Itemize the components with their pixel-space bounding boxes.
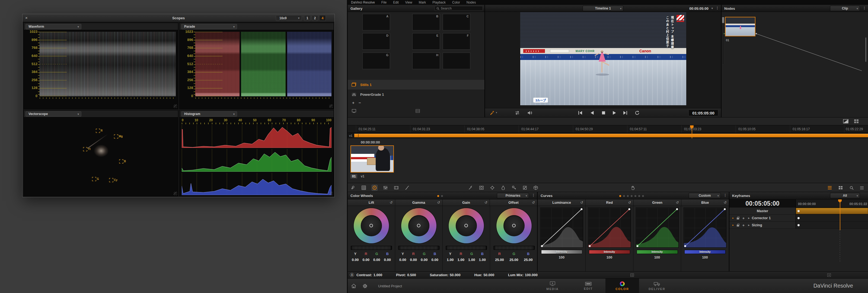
offset-values[interactable]: 25.00 25.00 25.00 [490,258,538,262]
blue-curve[interactable] [684,208,726,248]
timeline-grid-icon[interactable] [854,119,859,123]
red-intensity-value[interactable]: 100 [607,255,613,259]
tab-media[interactable]: MEDIA [536,279,569,293]
node-zoom-slider[interactable] [722,16,724,65]
lift-master-wheel[interactable] [351,246,392,250]
expand-scope-icon[interactable] [174,105,177,108]
reset-icon[interactable]: ↺ [580,199,583,206]
lift-color-wheel[interactable] [354,208,389,243]
gain-master-wheel[interactable] [446,246,487,250]
keyframe-track-master[interactable] [796,208,868,214]
sizing-tool-icon[interactable] [522,185,528,191]
parade-plot[interactable]: 1023896 768640 512384 256128 0 [180,30,334,109]
enable-dot-icon[interactable]: ● [732,224,734,227]
menu-file[interactable]: File [378,1,390,4]
reset-icon[interactable]: ↺ [485,199,488,206]
lock-icon[interactable] [737,225,739,227]
settings-gear-icon[interactable] [362,284,368,289]
waveform-type-dropdown[interactable]: Waveform ▾ [26,24,82,29]
red-curve[interactable] [588,208,631,248]
expand-scope-icon[interactable] [329,192,333,195]
lum-mix-field[interactable]: Lum Mix:100.000 [508,273,538,277]
luminance-curve[interactable] [540,208,583,248]
green-intensity-slider[interactable]: Intensity [637,250,678,254]
expand-icon[interactable]: ▸ [748,224,749,227]
keyframe-track-sizing[interactable] [796,222,868,229]
parade-type-dropdown[interactable]: Parade ▾ [181,24,237,29]
wheels-mode-dropdown[interactable]: Primaries ▾ [497,193,529,198]
page-dots[interactable] [437,195,443,197]
footer-keyframe-icon[interactable] [827,273,831,277]
memory-slot[interactable]: G [362,53,390,69]
histogram-type-dropdown[interactable]: Histogram ▾ [181,111,237,117]
keyframe-row-master[interactable]: Master [730,208,796,214]
project-name[interactable]: Untitled Project [378,284,402,288]
album-powergrade[interactable]: PowerGrade 1 [348,90,485,99]
wheels-options-icon[interactable]: ⋮ [532,193,535,197]
memory-slot[interactable]: F [443,33,470,50]
chevron-down-icon[interactable]: ▾ [712,7,713,10]
keyframe-row-corrector[interactable]: ● ◆ ▸ Corrector 1 [730,214,796,222]
loop-icon[interactable] [635,110,640,115]
gain-values[interactable]: 1.001.00 1.001.00 [443,258,490,262]
timeline-ruler[interactable]: 01:04:25:11 01:04:31:23 01:04:38:05 01:0… [348,125,868,133]
luminance-intensity-slider[interactable]: Intensity [541,250,582,254]
rgb-mixer-icon[interactable] [382,185,389,191]
node-mode-dropdown[interactable]: Clip ▾ [830,6,860,11]
curves-mode-dropdown[interactable]: Custom ▾ [689,193,721,198]
viewer-timecode[interactable]: 00:05:05:00 [689,6,709,10]
reset-icon[interactable]: ↺ [390,199,393,206]
scopes-titlebar[interactable]: × Scopes 16x9 ▾ 1 2 4 [23,14,335,22]
enable-dot-icon[interactable]: ● [732,217,734,219]
reset-icon[interactable]: ↺ [676,199,679,206]
memory-slot[interactable]: D [362,33,390,50]
nodes-options-icon[interactable]: ⋮ [863,6,866,10]
luminance-intensity-value[interactable]: 100 [559,255,565,259]
waveform-plot[interactable]: 1023896 768640 512384 256128 0 [24,30,178,109]
play-reverse-icon[interactable] [590,110,595,115]
transport-timecode[interactable]: 01:05:05:00 [688,110,718,116]
red-intensity-slider[interactable]: Intensity [589,250,630,254]
remove-album-button[interactable]: − [359,100,361,105]
home-icon[interactable] [351,284,356,288]
keyframes-ruler[interactable]: 00:00:00:00 00:05:01:22 [796,199,868,208]
go-to-end-icon[interactable] [623,110,628,115]
menu-playback[interactable]: Playback [429,1,449,4]
layout-4-button[interactable]: 4 [319,15,326,21]
reset-icon[interactable]: ↺ [724,199,727,206]
expand-scope-icon[interactable] [329,105,333,108]
wipe-compare-icon[interactable] [843,119,848,123]
page-dots[interactable] [619,195,644,197]
histogram-plot[interactable]: 010 2030 4050 6070 8090 100 [180,117,334,196]
menu-mark[interactable]: Mark [415,1,429,4]
tab-deliver[interactable]: DELIVER [640,279,674,293]
chevron-down-icon[interactable]: ▾ [496,111,497,114]
expand-icon[interactable]: ▸ [748,216,749,219]
playhead[interactable] [690,125,693,138]
reset-icon[interactable]: ↺ [437,199,440,206]
gamma-color-wheel[interactable] [401,208,436,243]
grab-still-icon[interactable] [490,110,495,115]
offset-color-wheel[interactable] [496,208,532,243]
keyframe-icon[interactable]: ◆ [742,224,744,227]
swap-icon[interactable] [515,110,520,115]
go-to-start-icon[interactable] [578,110,583,115]
stop-icon[interactable] [601,110,606,115]
memory-slot[interactable]: E [412,33,440,50]
green-intensity-value[interactable]: 100 [654,255,660,259]
viewer-video[interactable]: MARY COHR Canon 現在トップ 本郷理華 このあと村上佳菜子 3ルー… [520,12,686,105]
menu-edit[interactable]: Edit [390,1,402,4]
menu-app[interactable]: DaVinci Resolve [348,1,378,4]
color-wheels-palette-icon[interactable] [372,185,378,191]
camera-raw-icon[interactable] [350,185,356,191]
timeline-dropdown[interactable]: Timeline 1 ▾ [583,6,623,11]
hue-field[interactable]: Hue:50.000 [474,273,495,277]
gallery-list-icon[interactable] [415,109,420,113]
pivot-field[interactable]: Pivot:0.500 [396,273,416,277]
lock-icon[interactable] [737,217,739,219]
motion-effects-icon[interactable] [393,185,399,191]
gallery-view-icon[interactable] [352,109,356,113]
tab-edit[interactable]: EDIT [571,279,605,293]
gamma-values[interactable]: 0.000.00 0.000.00 [395,258,442,262]
curves-options-icon[interactable]: ⋮ [723,193,727,197]
